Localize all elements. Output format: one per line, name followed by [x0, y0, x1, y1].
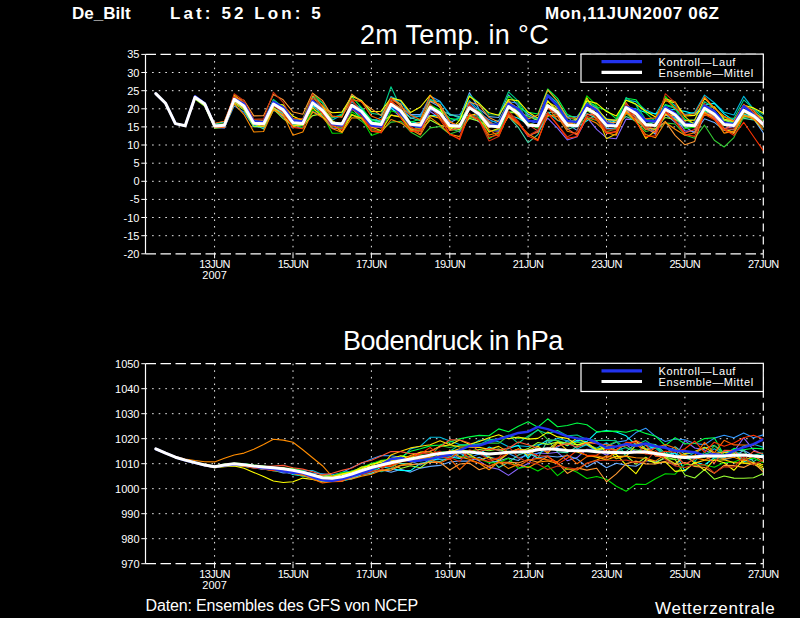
svg-text:21JUN: 21JUN: [513, 258, 544, 270]
svg-text:-5: -5: [130, 193, 140, 205]
svg-text:1030: 1030: [115, 408, 139, 420]
svg-text:19JUN: 19JUN: [434, 568, 465, 580]
svg-text:-15: -15: [124, 230, 140, 242]
svg-text:Kontroll—Lauf: Kontroll—Lauf: [659, 56, 737, 68]
svg-text:2007: 2007: [202, 579, 226, 591]
svg-text:970: 970: [121, 558, 139, 570]
svg-text:1010: 1010: [115, 458, 139, 470]
svg-text:35: 35: [127, 48, 139, 60]
svg-text:1020: 1020: [115, 433, 139, 445]
svg-text:20: 20: [127, 103, 139, 115]
svg-text:Kontroll—Lauf: Kontroll—Lauf: [659, 365, 737, 377]
svg-text:19JUN: 19JUN: [434, 258, 465, 270]
svg-text:23JUN: 23JUN: [591, 258, 622, 270]
svg-text:1000: 1000: [115, 483, 139, 495]
svg-text:Wetterzentrale: Wetterzentrale: [655, 599, 775, 618]
svg-text:25JUN: 25JUN: [670, 258, 701, 270]
svg-text:15JUN: 15JUN: [278, 258, 309, 270]
svg-text:25JUN: 25JUN: [670, 568, 701, 580]
svg-text:23JUN: 23JUN: [591, 568, 622, 580]
svg-text:21JUN: 21JUN: [513, 568, 544, 580]
svg-text:Daten: Ensembles des GFS von N: Daten: Ensembles des GFS von NCEP: [146, 597, 419, 614]
svg-text:27JUN: 27JUN: [748, 568, 779, 580]
svg-text:13JUN: 13JUN: [199, 258, 230, 270]
svg-text:17JUN: 17JUN: [356, 258, 387, 270]
svg-text:2007: 2007: [202, 269, 226, 281]
svg-text:Ensemble—Mittel: Ensemble—Mittel: [659, 67, 754, 79]
svg-text:Ensemble—Mittel: Ensemble—Mittel: [659, 376, 754, 388]
svg-text:10: 10: [127, 139, 139, 151]
svg-text:Mon,11JUN2007 06Z: Mon,11JUN2007 06Z: [545, 4, 720, 23]
svg-text:30: 30: [127, 67, 139, 79]
svg-text:13JUN: 13JUN: [199, 568, 230, 580]
svg-text:-20: -20: [124, 248, 140, 260]
svg-text:1040: 1040: [115, 383, 139, 395]
svg-text:27JUN: 27JUN: [748, 258, 779, 270]
svg-text:Bodendruck in hPa: Bodendruck in hPa: [343, 326, 564, 356]
svg-text:5: 5: [133, 157, 139, 169]
svg-text:2m Temp. in °C: 2m Temp. in °C: [360, 20, 549, 50]
svg-text:De_Bilt: De_Bilt: [72, 4, 131, 23]
svg-text:15JUN: 15JUN: [278, 568, 309, 580]
svg-text:990: 990: [121, 508, 139, 520]
svg-text:17JUN: 17JUN: [356, 568, 387, 580]
svg-text:980: 980: [121, 533, 139, 545]
svg-text:-10: -10: [124, 212, 140, 224]
svg-text:15: 15: [127, 121, 139, 133]
svg-text:25: 25: [127, 85, 139, 97]
svg-text:Lat: 52 Lon: 5: Lat: 52 Lon: 5: [170, 4, 324, 23]
svg-text:1050: 1050: [115, 358, 139, 370]
svg-text:0: 0: [133, 175, 139, 187]
